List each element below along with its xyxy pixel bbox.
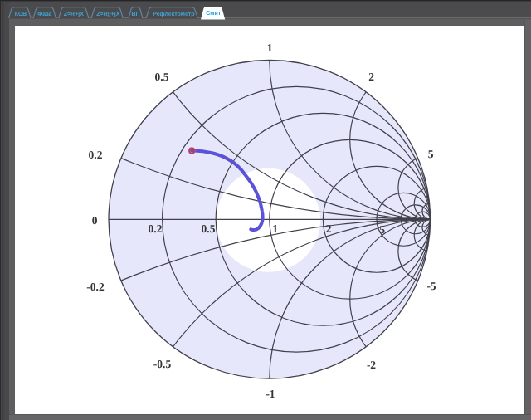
svg-text:0.5: 0.5 (155, 71, 169, 83)
svg-text:ВП: ВП (132, 12, 140, 17)
svg-text:1: 1 (272, 222, 278, 235)
svg-text:0: 0 (92, 214, 98, 227)
svg-text:Z=R+jX: Z=R+jX (64, 11, 84, 17)
svg-text:Смит: Смит (206, 11, 222, 17)
svg-text:2: 2 (368, 71, 374, 83)
svg-text:0.2: 0.2 (149, 222, 163, 235)
svg-text:-0.2: -0.2 (86, 281, 105, 293)
svg-text:1: 1 (267, 42, 273, 54)
svg-text:-5: -5 (426, 280, 436, 292)
svg-text:Рефлектометр: Рефлектометр (153, 11, 194, 17)
svg-text:КСВ: КСВ (15, 12, 27, 17)
svg-text:5: 5 (379, 223, 385, 236)
svg-text:-0.5: -0.5 (153, 358, 172, 370)
svg-text:0.2: 0.2 (89, 149, 103, 161)
svg-text:-2: -2 (367, 359, 376, 371)
svg-text:5: 5 (428, 148, 434, 160)
svg-text:0.5: 0.5 (202, 222, 216, 235)
svg-text:2: 2 (326, 222, 332, 235)
svg-text:-1: -1 (266, 388, 275, 400)
svg-text:Фаза: Фаза (37, 12, 51, 17)
svg-text:Z=R||+jX: Z=R||+jX (96, 11, 119, 17)
